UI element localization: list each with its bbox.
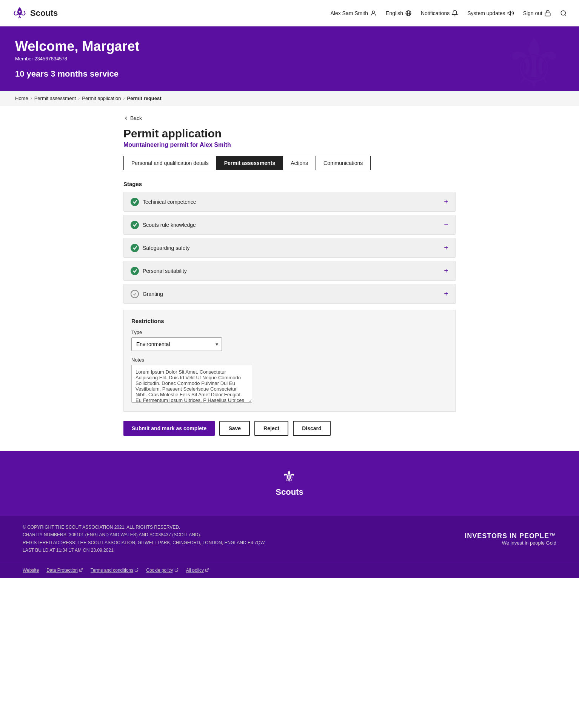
restrictions-section: Restrictions Type Environmental Medical … xyxy=(123,310,456,412)
footer-charity: CHARITY NUMBERS: 306101 (ENGLAND AND WAL… xyxy=(23,531,265,539)
breadcrumb-permit-assessment[interactable]: Permit assessment xyxy=(34,95,76,101)
globe-icon xyxy=(405,10,412,17)
svg-point-7 xyxy=(561,11,565,15)
system-updates-nav-link[interactable]: System updates xyxy=(467,10,514,17)
stage-expand-icon-2: − xyxy=(444,220,448,229)
stage-item-4[interactable]: Personal suitability + xyxy=(123,261,456,281)
back-link[interactable]: Back xyxy=(123,115,456,121)
stage-expand-icon-5: + xyxy=(444,289,448,298)
form-actions: Submit and mark as complete Save Reject … xyxy=(123,421,456,436)
external-link-icon-4 xyxy=(205,568,209,572)
search-nav-link[interactable] xyxy=(560,10,567,17)
stages-section: Stages Techinical competence + Scouts ru… xyxy=(123,181,456,304)
footer-bottom: © COPYRIGHT THE SCOUT ASSOCIATION 2021. … xyxy=(0,516,579,562)
speaker-icon xyxy=(507,10,514,17)
stage-label-4: Personal suitability xyxy=(143,268,187,274)
stage-pending-icon-5 xyxy=(131,290,139,298)
main-content: Back Permit application Mountaineering p… xyxy=(108,106,471,451)
footer-investors: INVESTORS IN PEOPLE™ We invest in people… xyxy=(465,532,556,546)
navigation: Scouts Alex Sam Smith English Notificati… xyxy=(0,0,579,26)
hero-banner: ⚜ Welcome, Margaret Member 234567834578 … xyxy=(0,26,579,91)
stage-expand-icon-1: + xyxy=(444,197,448,206)
footer-main: ⚜ Scouts xyxy=(0,451,579,516)
stage-item-3[interactable]: Safeguarding safety + xyxy=(123,238,456,258)
stage-expand-icon-4: + xyxy=(444,266,448,275)
stage-expand-icon-3: + xyxy=(444,243,448,252)
external-link-icon-2 xyxy=(134,568,139,572)
tab-actions[interactable]: Actions xyxy=(283,156,316,170)
breadcrumb-permit-application[interactable]: Permit application xyxy=(82,95,121,101)
breadcrumb: Home › Permit assessment › Permit applic… xyxy=(0,91,579,106)
stage-label-1: Techinical competence xyxy=(143,199,196,205)
footer-link-website[interactable]: Website xyxy=(23,568,39,573)
footer-build: LAST BUILD AT 11:34:17 AM ON 23.09.2021 xyxy=(23,546,265,554)
stage-check-icon-3 xyxy=(131,244,139,252)
stage-item-2[interactable]: Scouts rule knowledge − xyxy=(123,215,456,235)
lock-icon xyxy=(544,10,551,17)
sign-out-nav-link[interactable]: Sign out xyxy=(523,10,551,17)
stage-check-icon-2 xyxy=(131,221,139,229)
stage-check-icon-1 xyxy=(131,198,139,206)
type-select[interactable]: Environmental Medical Age Other xyxy=(131,337,222,351)
svg-line-11 xyxy=(80,568,82,570)
svg-point-1 xyxy=(372,11,374,13)
submit-button[interactable]: Submit and mark as complete xyxy=(123,421,215,436)
tab-personal[interactable]: Personal and qualification details xyxy=(124,156,217,170)
hero-decoration: ⚜ xyxy=(443,26,556,91)
page-subtitle: Mountaineering permit for Alex Smith xyxy=(123,142,456,148)
external-link-icon-1 xyxy=(79,568,83,572)
stage-label-2: Scouts rule knowledge xyxy=(143,222,196,228)
footer-logo-text: Scouts xyxy=(276,487,303,497)
breadcrumb-sep-3: › xyxy=(123,96,125,101)
notes-textarea[interactable]: Lorem Ipsum Dolor Sit Amet, Consectetur … xyxy=(131,365,252,403)
svg-line-12 xyxy=(136,568,138,570)
footer-link-data-protection[interactable]: Data Protection xyxy=(46,568,83,573)
stage-item-5[interactable]: Granting + xyxy=(123,284,456,304)
user-icon xyxy=(370,10,377,17)
footer-address: REGISTERED ADDRESS: THE SCOUT ASSOCIATIO… xyxy=(23,539,265,546)
tabs-bar: Personal and qualification details Permi… xyxy=(123,156,371,170)
breadcrumb-home[interactable]: Home xyxy=(15,95,28,101)
scouts-logo-icon xyxy=(12,6,27,21)
logo[interactable]: Scouts xyxy=(12,6,58,21)
footer-link-terms[interactable]: Terms and conditions xyxy=(91,568,139,573)
discard-button[interactable]: Discard xyxy=(293,421,330,436)
svg-point-0 xyxy=(19,11,21,12)
svg-line-13 xyxy=(176,568,178,570)
external-link-icon-3 xyxy=(174,568,179,572)
breadcrumb-sep-2: › xyxy=(78,96,80,101)
breadcrumb-current: Permit request xyxy=(127,95,162,101)
stage-check-icon-4 xyxy=(131,267,139,275)
restrictions-title: Restrictions xyxy=(131,318,448,324)
svg-rect-6 xyxy=(545,13,550,16)
svg-text:⚜: ⚜ xyxy=(504,26,556,91)
stage-label-3: Safeguarding safety xyxy=(143,245,190,251)
footer-copyright-block: © COPYRIGHT THE SCOUT ASSOCIATION 2021. … xyxy=(23,523,265,554)
page-title: Permit application xyxy=(123,127,456,140)
breadcrumb-sep-1: › xyxy=(31,96,32,101)
save-button[interactable]: Save xyxy=(219,421,250,436)
back-label: Back xyxy=(130,115,142,121)
svg-line-14 xyxy=(207,568,209,570)
notifications-nav-link[interactable]: Notifications xyxy=(421,10,458,17)
bell-icon xyxy=(451,10,458,17)
footer-links-bar: Website Data Protection Terms and condit… xyxy=(0,562,579,578)
language-nav-link[interactable]: English xyxy=(386,10,412,17)
tab-permit-assessments[interactable]: Permit assessments xyxy=(217,156,283,170)
svg-marker-5 xyxy=(508,11,510,15)
tab-communications[interactable]: Communications xyxy=(316,156,370,170)
footer-logo: ⚜ Scouts xyxy=(15,466,564,497)
user-nav-link[interactable]: Alex Sam Smith xyxy=(330,10,377,17)
type-label: Type xyxy=(131,329,448,335)
footer-investors-title: INVESTORS IN PEOPLE™ xyxy=(465,532,556,540)
stage-item-1[interactable]: Techinical competence + xyxy=(123,192,456,212)
footer-link-all-policy[interactable]: All policy xyxy=(186,568,209,573)
notes-label: Notes xyxy=(131,357,448,363)
svg-line-8 xyxy=(565,14,566,15)
stages-title: Stages xyxy=(123,181,456,187)
footer-link-cookie[interactable]: Cookie policy xyxy=(146,568,178,573)
footer-logo-icon: ⚜ xyxy=(280,466,299,485)
footer-investors-sub: We invest in people Gold xyxy=(465,540,556,546)
footer-copyright: © COPYRIGHT THE SCOUT ASSOCIATION 2021. … xyxy=(23,523,265,531)
reject-button[interactable]: Reject xyxy=(254,421,288,436)
